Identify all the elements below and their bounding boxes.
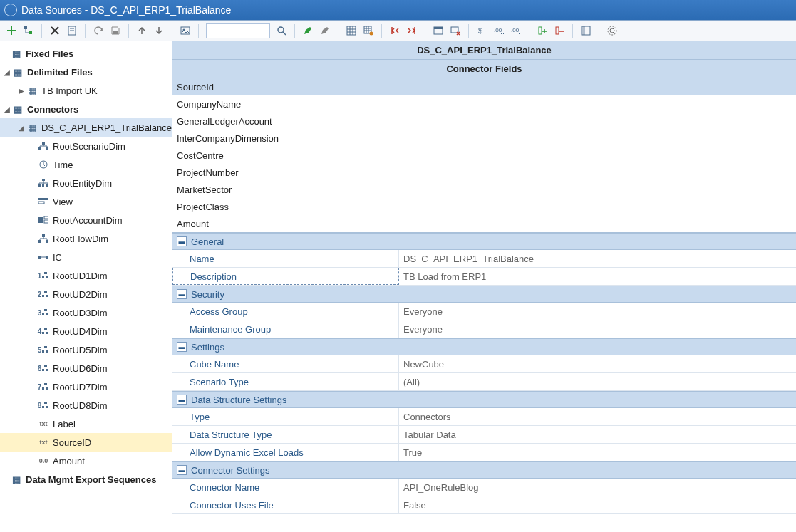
tree-tb-import-uk[interactable]: ▶ ▦ TB Import UK bbox=[0, 81, 172, 100]
section-settings[interactable]: ▬Settings bbox=[172, 338, 796, 355]
expand-toggle-icon[interactable]: ▶ bbox=[17, 87, 26, 95]
svg-rect-7 bbox=[347, 26, 356, 35]
tree-dim[interactable]: RootScenarioDim bbox=[0, 137, 172, 155]
tree-dim[interactable]: 8RootUD8Dim bbox=[0, 396, 172, 414]
connector-fields-list[interactable]: SourceId CompanyName GeneralLedgerAccoun… bbox=[172, 78, 796, 233]
prop-val[interactable]: API_OneRuleBlog bbox=[399, 479, 796, 496]
collapse-icon[interactable]: ▬ bbox=[177, 289, 187, 299]
tree-sourceid[interactable]: txtSourceID bbox=[0, 433, 172, 452]
image-icon[interactable] bbox=[177, 22, 194, 39]
ud-icon: 4 bbox=[37, 328, 50, 335]
svg-rect-62 bbox=[42, 406, 44, 408]
collapse-left-icon[interactable] bbox=[386, 22, 403, 39]
svg-rect-23 bbox=[38, 147, 41, 150]
svg-rect-30 bbox=[38, 198, 48, 200]
section-general[interactable]: ▬General bbox=[172, 233, 796, 250]
titlebar: Data Sources - DS_C_API_ERP1_TrialBalanc… bbox=[0, 0, 796, 20]
prop-val[interactable]: NewCube bbox=[399, 355, 796, 372]
list-item[interactable]: Amount bbox=[172, 215, 796, 232]
svg-rect-1 bbox=[29, 31, 32, 34]
tree-dim[interactable]: 2RootUD2Dim bbox=[0, 285, 172, 303]
decimal-inc-icon[interactable]: .00 bbox=[490, 22, 507, 39]
collapse-icon[interactable]: ▬ bbox=[177, 342, 187, 352]
prop-val[interactable]: TB Load from ERP1 bbox=[399, 268, 796, 285]
prop-val[interactable]: True bbox=[399, 444, 796, 461]
grid-edit-icon[interactable] bbox=[360, 22, 377, 39]
tree-data-mgmt[interactable]: ▦ Data Mgmt Export Sequences bbox=[0, 470, 172, 489]
properties-grid[interactable]: ▬General NameDS_C_API_ERP1_TrialBalance … bbox=[172, 233, 796, 532]
add-child-icon[interactable] bbox=[20, 22, 37, 39]
section-security[interactable]: ▬Security bbox=[172, 286, 796, 303]
tree-sidebar[interactable]: ▦ Fixed Files ◢ ▦ Delimited Files ▶ ▦ TB… bbox=[0, 41, 172, 532]
flow-icon bbox=[37, 234, 50, 243]
tree-dim[interactable]: 4RootUD4Dim bbox=[0, 322, 172, 340]
prop-val[interactable]: Everyone bbox=[399, 320, 796, 338]
collapse-right-icon[interactable] bbox=[403, 22, 420, 39]
grid-icon[interactable] bbox=[343, 22, 360, 39]
collapse-toggle-icon[interactable]: ◢ bbox=[3, 105, 11, 113]
collapse-icon[interactable]: ▬ bbox=[177, 395, 187, 405]
tree-connectors[interactable]: ◢ ▦ Connectors bbox=[0, 100, 172, 118]
list-item[interactable]: SourceId bbox=[172, 78, 796, 95]
tree-dim[interactable]: 5RootUD5Dim bbox=[0, 340, 172, 359]
tree-fixed-files[interactable]: ▦ Fixed Files bbox=[0, 44, 172, 63]
arrow-down-icon[interactable] bbox=[150, 22, 167, 39]
tree-dim[interactable]: IC bbox=[0, 248, 172, 266]
collapse-toggle-icon[interactable]: ◢ bbox=[17, 124, 26, 132]
prop-val[interactable]: Connectors bbox=[399, 408, 796, 425]
list-item[interactable]: MarketSector bbox=[172, 181, 796, 198]
tree-dim[interactable]: RootFlowDim bbox=[0, 229, 172, 248]
save-icon[interactable] bbox=[107, 22, 124, 39]
list-item[interactable]: ProjectClass bbox=[172, 198, 796, 215]
list-item[interactable]: GeneralLedgerAccount bbox=[172, 113, 796, 130]
prop-val[interactable]: Tabular Data bbox=[399, 426, 796, 443]
search-input[interactable] bbox=[206, 23, 270, 38]
prop-val[interactable]: DS_C_API_ERP1_TrialBalance bbox=[399, 250, 796, 267]
tree-dim[interactable]: Time bbox=[0, 155, 172, 174]
collapse-icon[interactable]: ▬ bbox=[177, 465, 187, 475]
list-item[interactable]: ProjectNumber bbox=[172, 164, 796, 181]
decimal-dec-icon[interactable]: .00 bbox=[507, 22, 524, 39]
collapse-icon[interactable]: ▬ bbox=[177, 236, 187, 246]
arrow-up-icon[interactable] bbox=[133, 22, 150, 39]
table-icon[interactable] bbox=[430, 22, 447, 39]
currency-icon[interactable]: $ bbox=[473, 22, 490, 39]
tree-dim[interactable]: 3RootUD3Dim bbox=[0, 303, 172, 322]
prop-val[interactable]: Everyone bbox=[399, 303, 796, 320]
grid-icon: ▦ bbox=[26, 122, 38, 133]
pencil-green-icon[interactable] bbox=[299, 22, 316, 39]
tree-label[interactable]: txtLabel bbox=[0, 414, 172, 433]
collapse-toggle-icon[interactable]: ◢ bbox=[3, 68, 11, 76]
tree-amount[interactable]: 0.0Amount bbox=[0, 452, 172, 470]
svg-rect-27 bbox=[38, 184, 41, 187]
search-icon[interactable] bbox=[273, 22, 290, 39]
grid-icon: ▦ bbox=[11, 104, 24, 115]
prop-val[interactable]: False bbox=[399, 496, 796, 513]
document-icon[interactable] bbox=[63, 22, 81, 39]
tree-ds-item[interactable]: ◢ ▦ DS_C_API_ERP1_TrialBalance bbox=[0, 118, 172, 137]
svg-rect-29 bbox=[46, 184, 48, 187]
add-col-icon[interactable] bbox=[534, 22, 551, 39]
add-top-icon[interactable] bbox=[3, 22, 20, 39]
list-item[interactable]: CostCentre bbox=[172, 147, 796, 164]
list-item[interactable]: CompanyName bbox=[172, 95, 796, 113]
svg-rect-36 bbox=[38, 240, 41, 243]
layout-icon[interactable] bbox=[577, 22, 594, 39]
tree-dim[interactable]: 6RootUD6Dim bbox=[0, 359, 172, 377]
list-item[interactable]: InterCompanyDimension bbox=[172, 130, 796, 147]
tree-dim[interactable]: 7RootUD7Dim bbox=[0, 377, 172, 396]
tree-delimited-files[interactable]: ◢ ▦ Delimited Files bbox=[0, 63, 172, 81]
tree-dim[interactable]: View bbox=[0, 192, 172, 211]
prop-val[interactable]: (All) bbox=[399, 373, 796, 390]
tree-dim[interactable]: RootAccountDim bbox=[0, 211, 172, 229]
tree-dim[interactable]: RootEntityDim bbox=[0, 174, 172, 192]
section-connector-settings[interactable]: ▬Connector Settings bbox=[172, 461, 796, 479]
delete-icon[interactable] bbox=[46, 22, 63, 39]
remove-col-icon[interactable] bbox=[551, 22, 568, 39]
settings-icon[interactable] bbox=[604, 22, 621, 39]
section-data-structure[interactable]: ▬Data Structure Settings bbox=[172, 391, 796, 408]
table-x-icon[interactable] bbox=[447, 22, 464, 39]
tree-dim[interactable]: 1RootUD1Dim bbox=[0, 266, 172, 285]
pencil-icon[interactable] bbox=[316, 22, 334, 39]
undo-icon[interactable] bbox=[90, 22, 107, 39]
